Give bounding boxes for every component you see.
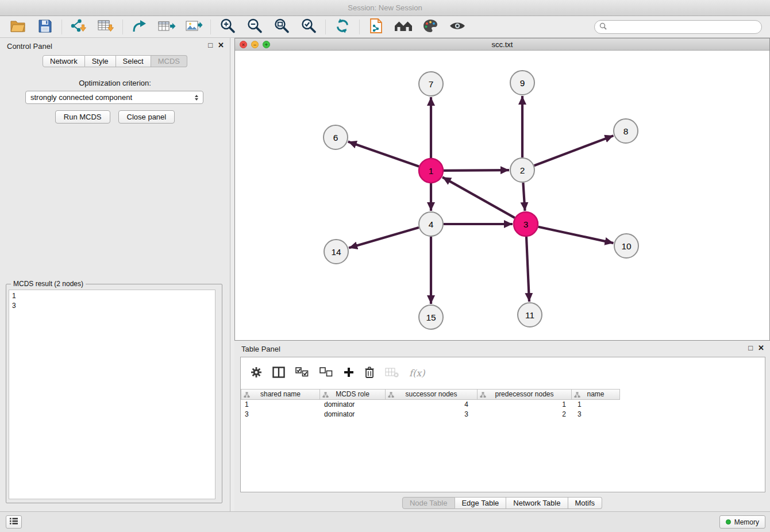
cell-mcds-role[interactable]: dominator	[320, 400, 386, 410]
mcds-result-list[interactable]: 1 3	[9, 290, 215, 499]
open-session-button[interactable]	[8, 18, 28, 36]
graph-edge-3-11[interactable]	[526, 237, 529, 302]
select-all-columns-button[interactable]	[295, 367, 309, 380]
column-header-predecessor-nodes[interactable]: predecessor nodes	[478, 389, 572, 400]
memory-button[interactable]: Memory	[719, 515, 765, 529]
graph-edge-3-1[interactable]	[442, 177, 515, 218]
function-builder-button[interactable]: f(x)	[409, 368, 425, 379]
graph-node-label: 1	[429, 166, 434, 176]
graph-node-7[interactable]: 7	[419, 72, 443, 96]
zoom-in-button[interactable]	[218, 18, 237, 36]
criterion-dropdown-value: strongly connected component	[30, 93, 132, 102]
export-table-button[interactable]	[157, 18, 176, 36]
graph-edge-2-3[interactable]	[523, 183, 525, 211]
cell-shared-name[interactable]: 3	[241, 410, 320, 419]
dropdown-arrows-icon	[195, 95, 198, 101]
status-bar: Memory	[0, 511, 770, 532]
graph-node-3[interactable]: 3	[514, 212, 538, 236]
optimization-criterion-label: Optimization criterion:	[0, 79, 230, 87]
close-panel-icon[interactable]: ✕	[218, 41, 224, 50]
open-network-file-button[interactable]	[367, 18, 386, 36]
save-session-button[interactable]	[35, 18, 55, 36]
export-network-icon	[132, 18, 148, 36]
tab-select[interactable]: Select	[116, 55, 151, 67]
create-column-button[interactable]	[344, 367, 354, 380]
apply-style-button[interactable]	[421, 18, 440, 36]
network-canvas[interactable]: 7968124314101511	[235, 51, 769, 340]
cell-mcds-role[interactable]: dominator	[320, 410, 386, 419]
close-window-button[interactable]: ×	[240, 41, 247, 48]
column-sort-icon	[244, 391, 250, 401]
tab-mcds[interactable]: MCDS	[151, 55, 187, 67]
table-row[interactable]: 3 dominator 3 2 3	[241, 410, 765, 419]
column-header-shared-name[interactable]: shared name	[241, 389, 320, 400]
show-column-panel-button[interactable]	[272, 367, 285, 380]
zoom-selected-button[interactable]	[299, 18, 318, 36]
delete-table-button[interactable]	[385, 367, 399, 380]
export-network-button[interactable]	[130, 18, 149, 36]
column-header-name[interactable]: name	[572, 389, 620, 400]
graph-svg[interactable]: 7968124314101511	[235, 51, 769, 340]
refresh-view-button[interactable]	[333, 18, 352, 36]
cell-shared-name[interactable]: 1	[241, 400, 320, 410]
show-hide-graphics-button[interactable]	[448, 18, 467, 36]
table-row[interactable]: 1 dominator 4 1 1	[241, 400, 765, 410]
cell-successor-nodes[interactable]: 4	[386, 400, 478, 410]
tab-network-table[interactable]: Network Table	[506, 497, 568, 509]
cell-predecessor-nodes[interactable]: 1	[478, 400, 572, 410]
cell-name[interactable]: 1	[572, 400, 620, 410]
cell-successor-nodes[interactable]: 3	[386, 410, 478, 419]
tab-node-table[interactable]: Node Table	[402, 497, 455, 509]
graph-node-9[interactable]: 9	[510, 71, 534, 95]
export-table-icon	[157, 18, 176, 36]
graph-node-1[interactable]: 1	[419, 159, 443, 183]
cell-predecessor-nodes[interactable]: 2	[478, 410, 572, 419]
graph-node-15[interactable]: 15	[419, 305, 443, 329]
search-input[interactable]	[610, 23, 757, 31]
network-window-titlebar: × – + scc.txt	[235, 38, 769, 51]
graph-edge-2-8[interactable]	[534, 136, 614, 165]
graph-node-2[interactable]: 2	[510, 158, 534, 182]
zoom-fit-button[interactable]	[272, 18, 291, 36]
deselect-all-columns-button[interactable]	[319, 367, 333, 380]
close-table-panel-icon[interactable]: ✕	[758, 344, 764, 353]
close-panel-button[interactable]: Close panel	[118, 110, 175, 124]
import-table-button[interactable]	[96, 18, 116, 36]
column-header-successor-nodes[interactable]: successor nodes	[386, 389, 478, 400]
column-header-mcds-role[interactable]: MCDS role	[320, 389, 386, 400]
maximize-window-button[interactable]: +	[263, 41, 270, 48]
import-network-button[interactable]	[69, 18, 88, 36]
delete-column-button[interactable]	[364, 366, 375, 381]
first-neighbors-button[interactable]	[394, 18, 413, 36]
double-home-icon	[394, 19, 413, 35]
tab-motifs[interactable]: Motifs	[568, 497, 602, 509]
zoom-out-button[interactable]	[245, 18, 264, 36]
graph-node-8[interactable]: 8	[614, 119, 638, 143]
graph-node-11[interactable]: 11	[518, 303, 542, 327]
run-mcds-button[interactable]: Run MCDS	[55, 110, 110, 124]
graph-node-label: 9	[520, 78, 525, 88]
graph-edge-4-14[interactable]	[349, 228, 419, 248]
graph-edge-1-2[interactable]	[444, 170, 509, 171]
cell-name[interactable]: 3	[572, 410, 620, 419]
tab-style[interactable]: Style	[85, 55, 116, 67]
float-table-panel-icon[interactable]: □	[748, 344, 753, 353]
table-settings-button[interactable]	[251, 367, 262, 380]
table-panel: Table Panel □ ✕	[234, 341, 770, 511]
criterion-dropdown[interactable]: strongly connected component	[25, 91, 203, 104]
graph-edge-3-10[interactable]	[538, 227, 614, 243]
graph-node-14[interactable]: 14	[324, 240, 348, 264]
graph-node-10[interactable]: 10	[614, 234, 638, 258]
graph-node-4[interactable]: 4	[419, 212, 443, 236]
graph-node-6[interactable]: 6	[324, 125, 348, 149]
tab-edge-table[interactable]: Edge Table	[455, 497, 506, 509]
graph-edge-1-6[interactable]	[348, 142, 419, 167]
network-file-icon	[369, 18, 384, 36]
export-image-button[interactable]	[184, 18, 203, 36]
column-sort-icon	[480, 391, 486, 401]
tab-network[interactable]: Network	[43, 55, 85, 67]
search-box[interactable]	[594, 20, 762, 34]
float-panel-icon[interactable]: □	[208, 41, 213, 50]
show-panels-button[interactable]	[6, 515, 22, 529]
minimize-window-button[interactable]: –	[251, 41, 259, 48]
